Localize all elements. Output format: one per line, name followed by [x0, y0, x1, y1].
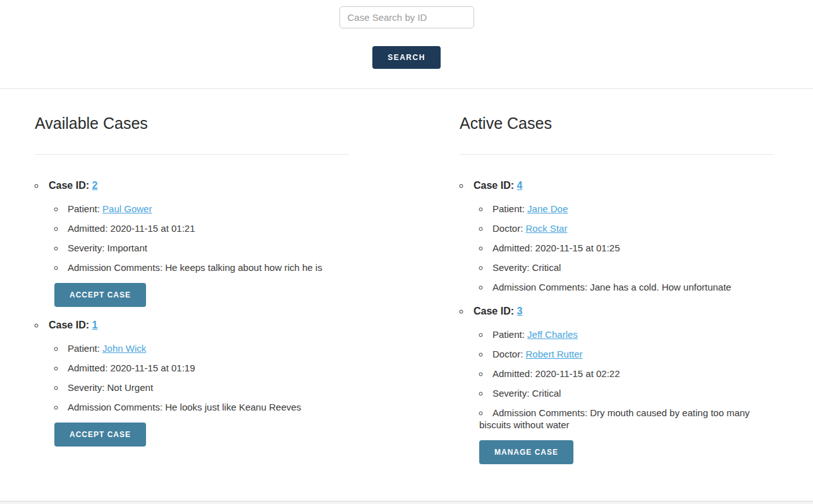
detail-label: Admitted:: [68, 223, 107, 234]
cases-area: Available Cases Case ID: 2 Patient: Paul…: [0, 89, 813, 477]
case-detail-list: Patient: Paul Gower Admitted: 2020-11-15…: [35, 203, 349, 273]
detail-label: Admitted:: [492, 368, 532, 379]
case-item: Case ID: 4 Patient: Jane Doe Doctor: Roc…: [460, 180, 774, 293]
case-item: Case ID: 3 Patient: Jeff Charles Doctor:…: [460, 306, 774, 464]
footer-bar: [0, 501, 813, 504]
case-id-link[interactable]: 3: [517, 306, 522, 316]
doctor-link[interactable]: Robert Rutter: [526, 349, 583, 359]
active-cases-list: Case ID: 4 Patient: Jane Doe Doctor: Roc…: [460, 180, 774, 464]
active-cases-column: Active Cases Case ID: 4 Patient: Jane Do…: [460, 89, 774, 477]
detail-value: 2020-11-15 at 01:21: [111, 223, 195, 234]
case-detail-severity: Severity: Critical: [479, 261, 774, 273]
detail-value: Important: [107, 243, 147, 253]
case-id-label: Case ID:: [474, 306, 514, 316]
detail-label: Admission Comments:: [492, 282, 587, 292]
case-item: Case ID: 2 Patient: Paul Gower Admitted:…: [35, 180, 349, 307]
detail-label: Severity:: [492, 262, 529, 273]
detail-label: Doctor:: [492, 223, 523, 234]
available-cases-title: Available Cases: [35, 114, 349, 133]
case-detail-comments: Admission Comments: He looks just like K…: [54, 401, 349, 413]
detail-label: Severity:: [68, 382, 104, 393]
case-detail-doctor: Doctor: Rock Star: [479, 222, 774, 234]
case-detail-severity: Severity: Critical: [479, 387, 774, 399]
case-detail-list: Patient: John Wick Admitted: 2020-11-15 …: [35, 342, 349, 413]
detail-label: Admitted:: [68, 363, 107, 373]
detail-label: Patient:: [68, 203, 100, 214]
case-id-label: Case ID:: [49, 180, 89, 191]
case-detail-patient: Patient: Jeff Charles: [479, 328, 774, 340]
case-detail-patient: Patient: Paul Gower: [54, 203, 349, 215]
search-input[interactable]: [339, 6, 474, 28]
detail-label: Patient:: [68, 343, 100, 354]
case-detail-admitted: Admitted: 2020-11-15 at 01:25: [479, 242, 774, 254]
detail-value: He keeps talking about how rich he is: [165, 262, 322, 273]
detail-value: Jane has a cold. How unfortunate: [590, 282, 731, 292]
patient-link[interactable]: John Wick: [102, 343, 146, 354]
case-detail-comments: Admission Comments: Jane has a cold. How…: [479, 281, 774, 293]
case-detail-admitted: Admitted: 2020-11-15 at 01:21: [54, 222, 349, 234]
case-detail-patient: Patient: Jane Doe: [479, 203, 774, 215]
case-detail-admitted: Admitted: 2020-11-15 at 02:22: [479, 368, 774, 380]
doctor-link[interactable]: Rock Star: [526, 223, 568, 234]
search-section: SEARCH: [0, 0, 813, 89]
detail-value: Critical: [532, 262, 561, 273]
detail-value: Not Urgent: [107, 382, 154, 393]
detail-value: He looks just like Keanu Reeves: [165, 402, 301, 412]
detail-label: Admission Comments:: [492, 407, 587, 418]
detail-label: Admitted:: [492, 243, 532, 253]
case-detail-admitted: Admitted: 2020-11-15 at 01:19: [54, 362, 349, 374]
detail-label: Admission Comments:: [68, 262, 162, 273]
detail-value: 2020-11-15 at 01:19: [111, 363, 195, 373]
case-id-label: Case ID:: [474, 180, 514, 191]
case-item: Case ID: 1 Patient: John Wick Admitted: …: [35, 320, 349, 447]
case-detail-list: Patient: Jane Doe Doctor: Rock Star Admi…: [460, 203, 774, 293]
case-detail-doctor: Doctor: Robert Rutter: [479, 348, 774, 360]
detail-label: Severity:: [492, 388, 529, 399]
case-detail-comments: Admission Comments: Dry mouth caused by …: [479, 407, 774, 431]
patient-link[interactable]: Jane Doe: [527, 203, 568, 214]
case-detail-severity: Severity: Important: [54, 242, 349, 254]
manage-case-button[interactable]: MANAGE CASE: [479, 440, 573, 464]
case-detail-comments: Admission Comments: He keeps talking abo…: [54, 261, 349, 273]
case-id-link[interactable]: 1: [92, 320, 97, 330]
accept-case-button[interactable]: ACCEPT CASE: [54, 423, 146, 447]
case-id-link[interactable]: 2: [92, 180, 97, 191]
patient-link[interactable]: Paul Gower: [102, 203, 152, 214]
detail-label: Doctor:: [492, 349, 523, 359]
case-id-label: Case ID:: [49, 320, 89, 330]
case-detail-severity: Severity: Not Urgent: [54, 381, 349, 393]
available-cases-column: Available Cases Case ID: 2 Patient: Paul…: [35, 89, 349, 477]
detail-label: Severity:: [68, 243, 104, 253]
detail-value: Critical: [532, 388, 561, 399]
detail-label: Admission Comments:: [68, 402, 162, 412]
active-cases-divider: [460, 154, 774, 155]
case-id-link[interactable]: 4: [517, 180, 522, 191]
available-cases-list: Case ID: 2 Patient: Paul Gower Admitted:…: [35, 180, 349, 447]
detail-value: 2020-11-15 at 01:25: [535, 243, 620, 253]
detail-label: Patient:: [492, 203, 525, 214]
case-detail-patient: Patient: John Wick: [54, 342, 349, 354]
case-detail-list: Patient: Jeff Charles Doctor: Robert Rut…: [460, 328, 774, 431]
detail-label: Patient:: [492, 329, 525, 340]
available-cases-divider: [35, 154, 349, 155]
patient-link[interactable]: Jeff Charles: [527, 329, 578, 340]
detail-value: 2020-11-15 at 02:22: [535, 368, 620, 379]
search-button[interactable]: SEARCH: [372, 46, 441, 69]
accept-case-button[interactable]: ACCEPT CASE: [54, 283, 146, 307]
active-cases-title: Active Cases: [460, 114, 774, 133]
